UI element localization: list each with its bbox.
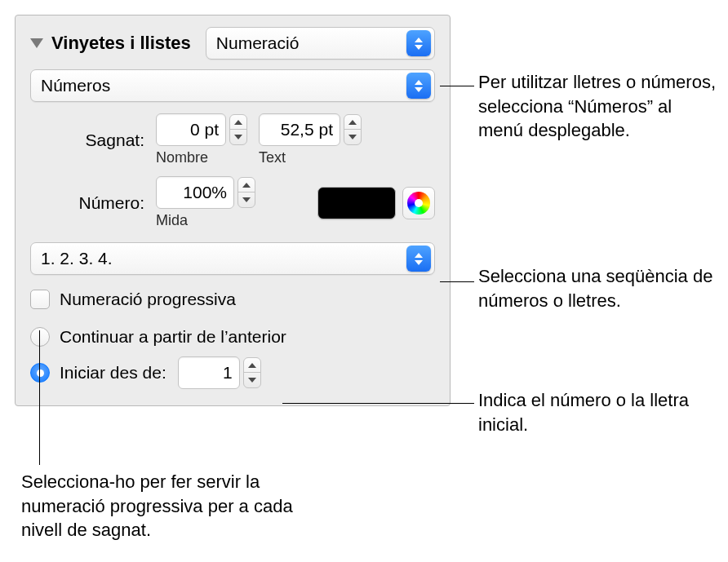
disclosure-triangle-icon[interactable] bbox=[30, 38, 43, 48]
start-label: Iniciar des de: bbox=[60, 363, 166, 383]
color-well[interactable] bbox=[317, 187, 396, 219]
start-value-stepper[interactable] bbox=[178, 356, 261, 389]
annotation-start: Indica el número o la lletra inicial. bbox=[478, 388, 720, 436]
sequence-popup[interactable]: 1. 2. 3. 4. bbox=[30, 242, 435, 275]
number-label: Número: bbox=[60, 193, 144, 213]
callout-line bbox=[440, 281, 474, 282]
annotation-type: Per utilitzar lletres o números, selecci… bbox=[478, 70, 720, 143]
indent-number-field[interactable] bbox=[156, 113, 226, 146]
start-radio[interactable] bbox=[30, 363, 50, 383]
color-wheel-icon bbox=[407, 192, 430, 215]
progressive-row: Numeració progressiva bbox=[30, 290, 435, 309]
bullets-lists-panel: Vinyetes i llistes Numeració Números Sag… bbox=[15, 15, 451, 406]
bullet-type-row: Números bbox=[30, 69, 435, 102]
bullet-type-popup[interactable]: Números bbox=[30, 69, 435, 102]
chevron-updown-icon bbox=[406, 30, 431, 56]
start-row: Iniciar des de: bbox=[30, 356, 435, 389]
indent-number-sublabel: Nombre bbox=[156, 149, 247, 166]
section-title: Vinyetes i llistes bbox=[51, 33, 191, 54]
continue-row: Continuar a partir de l’anterior bbox=[30, 327, 435, 347]
chevron-updown-icon bbox=[406, 246, 431, 272]
indent-text-stepper[interactable] bbox=[259, 113, 362, 146]
continue-radio[interactable] bbox=[30, 327, 50, 347]
sequence-row: 1. 2. 3. 4. bbox=[30, 242, 435, 275]
annotation-progressive: Selecciona-ho per fer servir la numeraci… bbox=[21, 470, 315, 542]
indent-row: Sagnat: Nombre Text bbox=[30, 113, 435, 166]
callout-line bbox=[39, 330, 40, 465]
number-row: Número: Mida bbox=[30, 176, 435, 229]
panel-header: Vinyetes i llistes Numeració bbox=[30, 27, 435, 60]
indent-text-field[interactable] bbox=[259, 113, 340, 146]
progressive-label: Numeració progressiva bbox=[60, 290, 236, 309]
callout-line bbox=[282, 403, 474, 404]
number-size-sublabel: Mida bbox=[156, 212, 255, 229]
chevron-updown-icon bbox=[406, 73, 431, 99]
start-value-field[interactable] bbox=[178, 356, 240, 389]
stepper-icon[interactable] bbox=[243, 357, 261, 388]
indent-label: Sagnat: bbox=[60, 131, 144, 150]
number-size-field[interactable] bbox=[156, 176, 234, 209]
sequence-value: 1. 2. 3. 4. bbox=[41, 249, 113, 268]
annotation-sequence: Selecciona una seqüència de números o ll… bbox=[478, 264, 720, 312]
list-style-value: Numeració bbox=[216, 33, 300, 53]
bullet-type-value: Números bbox=[41, 76, 110, 95]
number-size-stepper[interactable] bbox=[156, 176, 255, 209]
continue-label: Continuar a partir de l’anterior bbox=[60, 327, 286, 347]
indent-number-stepper[interactable] bbox=[156, 113, 247, 146]
progressive-checkbox[interactable] bbox=[30, 290, 50, 309]
indent-text-sublabel: Text bbox=[259, 149, 362, 166]
stepper-icon[interactable] bbox=[344, 114, 362, 145]
color-picker-button[interactable] bbox=[402, 187, 435, 219]
stepper-icon[interactable] bbox=[229, 114, 247, 145]
callout-line bbox=[440, 86, 474, 86]
stepper-icon[interactable] bbox=[237, 177, 255, 208]
list-style-popup[interactable]: Numeració bbox=[206, 27, 435, 60]
